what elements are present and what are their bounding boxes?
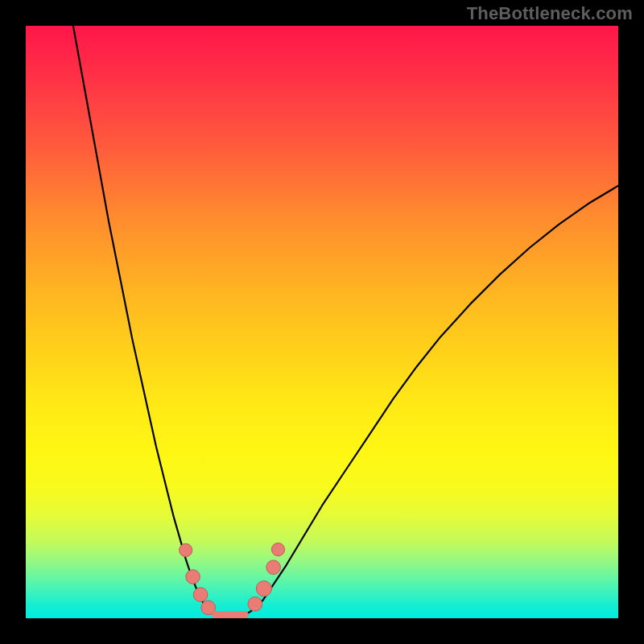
curve-marker-dot	[271, 543, 284, 556]
curve-marker-dot	[186, 570, 200, 584]
watermark-text: TheBottleneck.com	[467, 3, 633, 24]
curve-marker-dot	[193, 588, 208, 602]
curve-marker-dot	[266, 560, 281, 575]
curve-marker-dot	[248, 597, 262, 612]
bottleneck-curve	[73, 26, 618, 617]
chart-frame: TheBottleneck.com	[0, 0, 644, 644]
marker-group	[180, 543, 285, 615]
curve-svg	[26, 26, 618, 618]
curve-marker-dot	[180, 543, 192, 556]
curve-marker-dot	[256, 581, 271, 597]
plot-area	[26, 26, 618, 618]
